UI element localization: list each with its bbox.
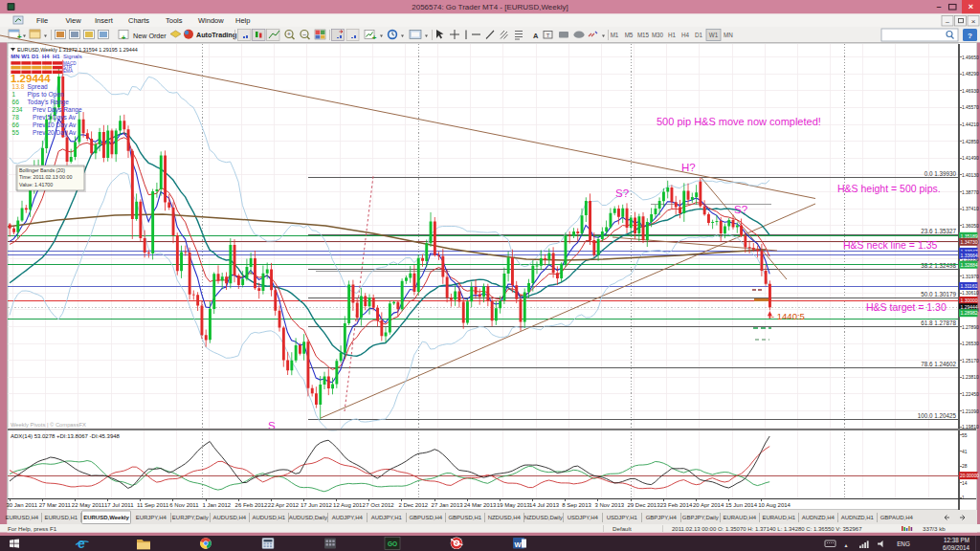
svg-text:EURAUD,H4: EURAUD,H4: [723, 515, 756, 520]
svg-text:500 pip H&S move now completed: 500 pip H&S move now completed!: [657, 116, 821, 127]
svg-text:▴: ▴: [844, 542, 847, 548]
svg-text:30 Jan 2011: 30 Jan 2011: [7, 502, 38, 508]
svg-text:Spread: Spread: [28, 83, 49, 91]
svg-text:+: +: [122, 33, 126, 42]
svg-text:1.22450: 1.22450: [962, 392, 979, 397]
svg-text:H1: H1: [668, 32, 677, 38]
svg-text:T: T: [546, 33, 550, 38]
svg-text:AUDNZD,H4: AUDNZD,H4: [802, 515, 835, 520]
svg-text:27 Jan 2013: 27 Jan 2013: [432, 502, 464, 508]
svg-text:GBPUSD,H1: GBPUSD,H1: [448, 515, 481, 520]
svg-text:61.8 1.27878: 61.8 1.27878: [921, 320, 956, 326]
svg-text:1.30000: 1.30000: [961, 298, 978, 303]
svg-text:S?: S?: [734, 204, 747, 215]
svg-text:1.33664: 1.33664: [961, 253, 978, 258]
svg-text:1.34730: 1.34730: [961, 239, 978, 245]
svg-text:11 Sep 2011: 11 Sep 2011: [137, 502, 169, 508]
svg-text:Charts: Charts: [128, 16, 149, 25]
svg-text:0.0 1.39930: 0.0 1.39930: [924, 170, 957, 177]
svg-text:D1: D1: [32, 54, 39, 59]
svg-text:1.31970: 1.31970: [962, 275, 979, 279]
svg-text:15 Jun 2014: 15 Jun 2014: [725, 502, 758, 508]
svg-text:Today's Range: Today's Range: [28, 99, 70, 106]
svg-text:×: ×: [971, 17, 976, 26]
svg-text:EURAUD,H1: EURAUD,H1: [762, 515, 795, 520]
svg-text:20.00000: 20.00000: [960, 474, 979, 478]
svg-text:M5: M5: [625, 32, 634, 38]
svg-text:66: 66: [12, 99, 20, 105]
svg-text:H?: H?: [681, 162, 696, 173]
svg-text:1.29444: 1.29444: [11, 73, 51, 84]
svg-text:W: W: [514, 540, 522, 549]
svg-text:For Help, press F1: For Help, press F1: [8, 525, 57, 532]
svg-text:1.28982: 1.28982: [961, 310, 978, 316]
svg-text:File: File: [36, 16, 48, 25]
svg-text:1.40130: 1.40130: [962, 173, 979, 178]
svg-text:17 Jun 2012: 17 Jun 2012: [301, 502, 333, 508]
svg-text:13.8: 13.8: [12, 83, 25, 90]
svg-text:29 Dec 2013: 29 Dec 2013: [628, 502, 661, 508]
svg-text:NZDUSD,H4: NZDUSD,H4: [488, 515, 522, 520]
svg-text:MN: MN: [11, 54, 19, 59]
svg-text:Insert: Insert: [95, 16, 114, 25]
svg-text:+: +: [372, 33, 377, 42]
svg-text:H&S target = 1.30: H&S target = 1.30: [866, 301, 947, 313]
svg-text:Pips to Open: Pips to Open: [28, 91, 64, 99]
svg-text:Default: Default: [612, 525, 632, 532]
svg-text:MN: MN: [724, 32, 733, 38]
svg-text:23 Feb 2014: 23 Feb 2014: [660, 502, 693, 508]
svg-text:1.49650: 1.49650: [962, 55, 979, 60]
svg-text:2056574: Go Trader MT4 - [EURU: 2056574: Go Trader MT4 - [EURUSD,Weekly]: [412, 3, 568, 11]
svg-text:Prev 20 Day Av: Prev 20 Day Av: [33, 129, 77, 137]
svg-text:19 May 2013: 19 May 2013: [497, 502, 530, 508]
svg-text:28: 28: [962, 464, 968, 469]
svg-text:EURJPY,H4: EURJPY,H4: [136, 515, 167, 520]
svg-text:H&S height = 500 pips.: H&S height = 500 pips.: [837, 183, 941, 194]
svg-text:M15: M15: [637, 32, 650, 38]
svg-text:EURJPY,Daily: EURJPY,Daily: [172, 515, 209, 520]
svg-text:1.32884: 1.32884: [961, 262, 978, 268]
svg-text:17 Jul 2011: 17 Jul 2011: [104, 502, 134, 508]
svg-text:GBPJPY,Daily: GBPJPY,Daily: [682, 515, 719, 520]
svg-text:AUDUSD,Daily: AUDUSD,Daily: [289, 515, 327, 520]
svg-text:S?: S?: [615, 187, 629, 199]
svg-text:1 Jan 2012: 1 Jan 2012: [203, 502, 232, 508]
svg-text:78: 78: [12, 114, 20, 121]
svg-text:50.0 1.30179: 50.0 1.30179: [921, 291, 956, 298]
svg-text:24 Mar 2013: 24 Mar 2013: [464, 502, 497, 508]
svg-text:AutoTrading: AutoTrading: [196, 31, 236, 39]
svg-text:USDJPY,H1: USDJPY,H1: [607, 515, 638, 520]
svg-text:Prev 10 Day Av: Prev 10 Day Av: [33, 121, 77, 129]
svg-text:AUDUSD,H1: AUDUSD,H1: [252, 515, 285, 520]
svg-text:14 Jul 2013: 14 Jul 2013: [529, 502, 560, 508]
svg-text:23.6 1.35327: 23.6 1.35327: [921, 228, 956, 234]
svg-text:EMA: EMA: [63, 69, 74, 74]
svg-text:1.46930: 1.46930: [962, 89, 979, 94]
svg-text:41: 41: [962, 450, 968, 454]
svg-text:3 Nov 2013: 3 Nov 2013: [594, 502, 624, 508]
svg-text:1.23810: 1.23810: [962, 375, 979, 380]
svg-text:+: +: [287, 31, 291, 37]
svg-text:1: 1: [12, 91, 16, 98]
svg-text:2011.02.13 00:00 O: 1.35070: 2011.02.13 00:00 O: 1.35070 H: 1.37140 L…: [672, 526, 862, 532]
svg-text:AUDUSD,H4: AUDUSD,H4: [212, 515, 246, 520]
svg-text:22 Apr 2012: 22 Apr 2012: [268, 502, 300, 508]
svg-text:100.0 1.20425: 100.0 1.20425: [918, 412, 957, 419]
svg-text:1.41490: 1.41490: [962, 156, 979, 161]
svg-text:8 Sep 2013: 8 Sep 2013: [562, 502, 591, 508]
svg-text:H1: H1: [53, 54, 60, 59]
svg-text:22 May 2011: 22 May 2011: [72, 502, 105, 508]
svg-text:M30: M30: [652, 32, 664, 38]
svg-text:1: 1: [962, 496, 965, 500]
svg-text:GO: GO: [388, 540, 397, 547]
svg-text:GBPUSD,H4: GBPUSD,H4: [409, 515, 442, 520]
svg-text:AUDNZD,H1: AUDNZD,H1: [841, 515, 875, 520]
svg-text:1.45570: 1.45570: [962, 105, 979, 110]
svg-text:H4: H4: [42, 54, 50, 59]
svg-text:NZDUSD,Daily: NZDUSD,Daily: [524, 515, 563, 520]
svg-text:1.42850: 1.42850: [962, 140, 979, 144]
svg-text:×: ×: [969, 2, 973, 11]
svg-text:AUDJPY,H4: AUDJPY,H4: [332, 515, 364, 520]
svg-text:1.27890: 1.27890: [962, 325, 979, 330]
svg-text:–: –: [302, 31, 306, 37]
